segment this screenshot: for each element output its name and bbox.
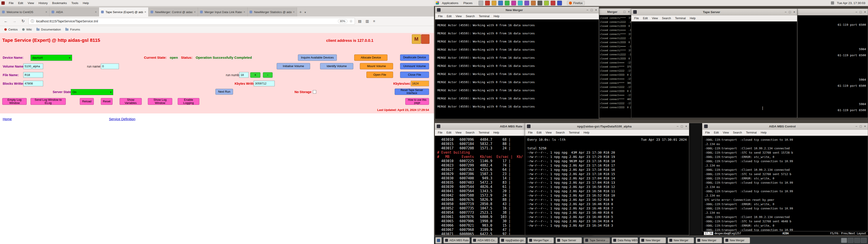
menu-item[interactable]: File [436, 131, 444, 134]
menu-item[interactable]: View [454, 131, 464, 134]
show-log-window-button[interactable]: Show Log Window [148, 98, 172, 105]
notification-icon[interactable] [831, 1, 834, 4]
back-icon[interactable]: ← [3, 18, 9, 24]
new-tab-button[interactable]: + [297, 10, 305, 17]
menu-item[interactable]: Search [464, 131, 477, 134]
menu-item[interactable]: Terminal [673, 17, 688, 20]
menu-item[interactable]: Help [688, 17, 698, 20]
reset-tape-server-interface-button[interactable]: Reset Tape Server Interface [395, 89, 429, 95]
maximize-icon[interactable]: □ [860, 124, 862, 128]
launcher-icon[interactable] [505, 1, 509, 5]
reload-icon[interactable]: ↻ [20, 18, 26, 24]
run-number-input[interactable] [239, 72, 249, 78]
clock[interactable]: Tue Apr 23, 17:30:03 [837, 1, 866, 5]
background-terminal-titlebar[interactable]: − □ × [798, 9, 868, 16]
reload-button[interactable]: Reload [80, 98, 94, 105]
close-file-button[interactable]: Close File [400, 72, 429, 78]
zoom-level-badge[interactable]: 80% [338, 19, 347, 23]
tape-server-titlebar[interactable]: Tape Server − □ × [631, 9, 797, 16]
menu-item[interactable]: Help [758, 131, 769, 134]
menu-item[interactable]: Terminal [476, 131, 491, 134]
menu-item[interactable]: File [632, 17, 641, 20]
launcher-icon[interactable] [478, 1, 483, 5]
launcher-icon[interactable] [524, 1, 529, 5]
maximize-icon[interactable]: □ [789, 10, 791, 14]
menu-item[interactable]: File [703, 131, 712, 134]
menu-item[interactable]: Edit [16, 0, 25, 6]
send-log-window-to-elog-button[interactable]: Send Log Window to ELog [31, 98, 66, 105]
launcher-icon[interactable] [485, 1, 490, 5]
initialise-volume-button[interactable]: Initialise Volume [277, 63, 310, 69]
enable-logging-button[interactable]: Enable Logging [178, 98, 199, 105]
launcher-icon[interactable] [531, 1, 536, 5]
allocate-device-button[interactable]: Allocate Device [354, 55, 388, 61]
browser-tab[interactable]: Merger Input Data Link Rates × [198, 7, 248, 17]
taskbar-window-button[interactable]: AIDA MBS Rate [443, 238, 470, 243]
menu-item[interactable]: Help [81, 0, 91, 6]
taskbar-window-button[interactable]: New Merger [696, 238, 722, 243]
minimize-icon[interactable]: − [677, 124, 678, 128]
mbs-control-titlebar[interactable]: AIDA MBS Control − □ × [702, 123, 868, 130]
close-icon[interactable]: × [794, 10, 795, 14]
close-icon[interactable]: × [595, 8, 597, 12]
launcher-icon[interactable] [544, 1, 549, 5]
menu-item[interactable]: Search [464, 15, 477, 18]
menu-item[interactable]: View [25, 0, 36, 6]
forward-icon[interactable]: → [11, 18, 18, 24]
tab-close-icon[interactable]: × [95, 10, 97, 14]
server-state-select[interactable]: On ▾ [71, 89, 113, 95]
taskbar-window-button[interactable]: Merger/Tape ... [528, 238, 554, 243]
deallocate-device-button[interactable]: Deallocate Device [400, 55, 429, 61]
bookmark-centos[interactable]: Centos [2, 28, 20, 31]
menu-item[interactable]: File [6, 0, 16, 6]
menu-item[interactable]: Search [554, 131, 567, 134]
bookmark-documentation[interactable]: Documentation [34, 28, 63, 31]
new-merger-titlebar[interactable]: New Merger − □ × [435, 7, 599, 13]
minimize-icon[interactable]: − [855, 124, 857, 128]
npg-titlebar[interactable]: npg@aidas-gsi:/TapeData/5100_alpha − □ × [525, 123, 689, 130]
minimize-icon[interactable]: − [586, 8, 588, 12]
url-text[interactable]: localhost:8115/TapeService/TapeService.t… [36, 20, 336, 23]
kbytes-per-sec-input[interactable] [411, 81, 429, 86]
menu-item[interactable]: View [454, 15, 464, 18]
inquire-available-devices-button[interactable]: Inquire Available Devices [298, 55, 337, 61]
menu-item[interactable]: Edit [444, 131, 454, 134]
browser-tab[interactable]: Welcome to CentOS × [0, 7, 50, 17]
run-number-decrement-button[interactable]: - [263, 72, 273, 78]
maximize-icon[interactable]: □ [860, 10, 862, 14]
menu-item[interactable]: Help [581, 131, 591, 134]
show-variables-button[interactable]: Show Variables [120, 98, 142, 105]
applications-menu[interactable]: Applications [440, 0, 460, 6]
list-all-tabs-icon[interactable]: ▾ [305, 11, 306, 17]
menu-item[interactable]: View [721, 131, 731, 134]
tab-close-icon[interactable]: × [45, 10, 47, 14]
minimize-icon[interactable]: − [855, 10, 857, 14]
open-file-button[interactable]: Open File [366, 72, 393, 78]
maximize-icon[interactable]: □ [591, 8, 592, 12]
close-icon[interactable]: × [864, 124, 866, 128]
kbytes-written-input[interactable] [254, 81, 275, 86]
launcher-icon[interactable] [537, 1, 542, 5]
library-icon[interactable]: ▤ [357, 19, 362, 23]
firefox-window-list-item[interactable]: Firefox [567, 1, 585, 5]
bookmark-wiki[interactable]: Wiki [20, 28, 34, 31]
bookmark-star-icon[interactable]: ☆ [349, 19, 352, 23]
volume-name-input[interactable] [23, 63, 43, 69]
menu-item[interactable]: Terminal [477, 15, 491, 18]
taskbar-window-button[interactable]: New Merger [724, 238, 750, 243]
launcher-icon[interactable] [511, 1, 516, 5]
close-icon[interactable]: × [864, 10, 866, 14]
tab-close-icon[interactable]: × [145, 10, 146, 14]
unmount-volume-button[interactable]: Unmount Volume [400, 63, 429, 69]
taskbar-window-button[interactable]: AIDA MBS Co... [471, 238, 498, 243]
launcher-icon[interactable] [557, 1, 562, 5]
reset-button[interactable]: Reset [101, 98, 113, 105]
url-bar[interactable]: ⓘ localhost:8115/TapeService/TapeService… [29, 18, 355, 25]
places-menu[interactable]: Places [461, 0, 475, 6]
close-icon[interactable]: × [628, 10, 630, 13]
no-storage-checkbox[interactable] [313, 90, 316, 94]
maximize-icon[interactable]: □ [681, 124, 683, 128]
sidebar-icon[interactable]: ▥ [365, 19, 370, 23]
home-link[interactable]: Home [3, 117, 12, 121]
taskbar-window-button[interactable]: Data Relay MBS [612, 238, 638, 243]
